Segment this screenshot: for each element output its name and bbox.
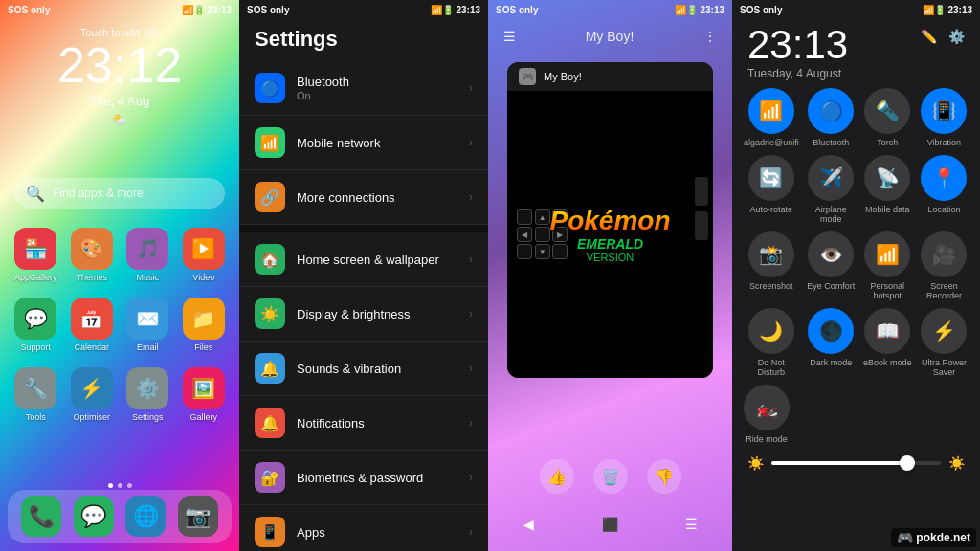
nav-recent-button[interactable]: ☰ (682, 515, 702, 534)
settings-item-bluetooth[interactable]: 🔵 Bluetooth On › (239, 61, 488, 116)
recent-app-header: 🎮 My Boy! (507, 62, 713, 91)
display-icon: ☀️ (255, 298, 285, 329)
ctrl-tile-ultrapowersaver[interactable]: ⚡ Ultra Power Saver (920, 308, 969, 377)
autorotate-button[interactable]: 🔄 (748, 155, 794, 201)
recent-dislike-button[interactable]: 👎 (647, 459, 681, 494)
ebookmode-button[interactable]: 📖 (864, 308, 910, 354)
game-btn-center (535, 227, 550, 242)
dock-browser[interactable]: 🌐 (125, 496, 166, 537)
settings-icon[interactable]: ⚙️ (948, 29, 965, 44)
donotdisturb-button[interactable]: 🌙 (748, 308, 794, 354)
home-time-section: Touch to add city 23:12 Tue, 4 Aug ⛅ (0, 27, 239, 126)
recent-app-icon-small: 🎮 (519, 68, 536, 85)
ctrl-tile-hotspot[interactable]: 📶 Personal hotspot (863, 231, 912, 300)
list-item[interactable]: 📁 Files (178, 292, 231, 358)
airplane-button[interactable]: ✈️ (808, 155, 854, 201)
edit-icon[interactable]: ✏️ (921, 29, 937, 44)
list-item[interactable]: 🔧 Tools (10, 362, 62, 428)
ctrl-tile-ebookmode[interactable]: 📖 eBook mode (863, 308, 912, 377)
app-icon-files: 📁 (183, 298, 225, 340)
ctrl-tile-location[interactable]: 📍 Location (920, 155, 969, 224)
home-status-right: 📶🔋 23:12 (182, 5, 232, 15)
recent-bottom-nav: ◀ ⬛ ☰ (488, 505, 732, 543)
ctrl-tile-wifi[interactable]: 📶 algadrie@unifi (744, 88, 799, 147)
list-item[interactable]: ⚡ Optimiser (66, 362, 119, 428)
darkmode-button[interactable]: 🌑 (808, 308, 854, 354)
ctrl-tile-autorotate[interactable]: 🔄 Auto-rotate (744, 155, 799, 224)
list-item[interactable]: ✉️ Email (122, 292, 174, 358)
home-search-bar[interactable]: 🔍 Find apps & more (14, 178, 225, 209)
brightness-high-icon: ☀️ (948, 455, 965, 471)
settings-title: Settings (239, 19, 488, 61)
home-apps-grid: 🏪 AppGallery 🎨 Themes 🎵 Music ▶️ Video 💬… (10, 222, 230, 428)
brightness-thumb[interactable] (900, 455, 915, 471)
dock-messages[interactable]: 💬 (74, 496, 114, 537)
list-item[interactable]: 💬 Support (10, 292, 62, 358)
settings-item-display[interactable]: ☀️ Display & brightness › (239, 287, 488, 342)
settings-item-home-screen[interactable]: 🏠 Home screen & wallpaper › (239, 232, 488, 287)
hotspot-button[interactable]: 📶 (864, 231, 910, 277)
recent-menu-icon[interactable]: ☰ (503, 29, 516, 44)
app-icon-appgallery: 🏪 (14, 228, 56, 270)
ctrl-tile-torch[interactable]: 🔦 Torch (863, 88, 912, 147)
ctrl-tile-donotdisturb[interactable]: 🌙 Do Not Disturb (744, 308, 799, 377)
mobiledata-button[interactable]: 📡 (864, 155, 910, 201)
list-item[interactable]: 🎨 Themes (66, 222, 119, 288)
pokde-icon: 🎮 (897, 530, 913, 545)
settings-item-biometrics[interactable]: 🔐 Biometrics & password › (239, 451, 488, 505)
screenrecorder-button[interactable]: 🎥 (921, 231, 967, 277)
home-clock: 23:12 (0, 40, 239, 90)
brightness-slider[interactable] (771, 461, 941, 465)
list-item[interactable]: 🏪 AppGallery (10, 222, 62, 288)
settings-status-left: SOS only (247, 5, 289, 15)
list-item[interactable]: ▶️ Video (178, 222, 231, 288)
game-side-btn (695, 211, 708, 240)
ctrl-tile-screenrecorder[interactable]: 🎥 Screen Recorder (920, 231, 969, 300)
settings-item-sounds[interactable]: 🔔 Sounds & vibration › (239, 342, 488, 396)
location-button[interactable]: 📍 (921, 155, 967, 201)
ctrl-tile-screenshot[interactable]: 📸 Screenshot (744, 231, 799, 300)
ultrapowersaver-button[interactable]: ⚡ (921, 308, 967, 354)
control-header: 23:13 Tuesday, 4 August ✏️ ⚙️ (732, 19, 980, 84)
home-add-city: Touch to add city (0, 27, 239, 38)
nav-back-button[interactable]: ◀ (520, 515, 539, 534)
settings-item-apps[interactable]: 📱 Apps › (239, 505, 488, 551)
ctrl-tile-airplane[interactable]: ✈️ Airplane mode (807, 155, 856, 224)
app-icon-video: ▶️ (183, 228, 225, 270)
screenshot-button[interactable]: 📸 (748, 231, 794, 277)
wifi-button[interactable]: 📶 (748, 88, 794, 134)
settings-item-mobile-network[interactable]: 📶 Mobile network › (239, 116, 488, 170)
pokde-text: pokde.net (916, 531, 970, 544)
list-item[interactable]: 🖼️ Gallery (178, 362, 231, 428)
ctrl-tile-ridemode[interactable]: 🏍️ Ride mode (744, 385, 790, 444)
list-item[interactable]: 🎵 Music (122, 222, 174, 288)
settings-item-more-connections[interactable]: 🔗 More connections › (239, 170, 488, 225)
torch-button[interactable]: 🔦 (864, 88, 910, 134)
ctrl-tile-eyecomfort[interactable]: 👁️ Eye Comfort (807, 231, 856, 300)
recent-delete-button[interactable]: 🗑️ (593, 459, 628, 494)
nav-home-button[interactable]: ⬛ (601, 515, 620, 534)
ctrl-tile-bluetooth[interactable]: 🔵 Bluetooth (807, 88, 856, 147)
vibration-button[interactable]: 📳 (921, 88, 967, 134)
recent-like-button[interactable]: 👍 (540, 459, 574, 494)
dock-camera[interactable]: 📷 (178, 496, 218, 537)
ctrl-tile-vibration[interactable]: 📳 Vibration (920, 88, 969, 147)
bluetooth-button[interactable]: 🔵 (808, 88, 854, 134)
list-item[interactable]: ⚙️ Settings (122, 362, 174, 428)
recent-overflow-icon[interactable]: ⋮ (703, 29, 717, 44)
eyecomfort-button[interactable]: 👁️ (808, 231, 854, 277)
control-clock: 23:13 (747, 25, 848, 65)
list-item[interactable]: 📅 Calendar (66, 292, 119, 358)
settings-item-notifications[interactable]: 🔔 Notifications › (239, 396, 488, 451)
app-icon-email: ✉️ (126, 298, 168, 340)
recent-app-card[interactable]: 🎮 My Boy! ▲ ◀ ▶ ▼ Pokémon EMERALD VERSIO… (507, 62, 713, 378)
home-dock: 📞 💬 🌐 📷 (8, 490, 232, 543)
dock-phone[interactable]: 📞 (21, 496, 61, 537)
ctrl-tile-darkmode[interactable]: 🌑 Dark mode (807, 308, 856, 377)
home-screen-icon: 🏠 (255, 244, 285, 275)
bluetooth-icon: 🔵 (255, 73, 285, 103)
app-icon-themes: 🎨 (71, 228, 113, 270)
ridemode-button[interactable]: 🏍️ (744, 385, 790, 430)
control-time-date: 23:13 Tuesday, 4 August (747, 25, 848, 80)
ctrl-tile-mobiledata[interactable]: 📡 Mobile data (863, 155, 912, 224)
